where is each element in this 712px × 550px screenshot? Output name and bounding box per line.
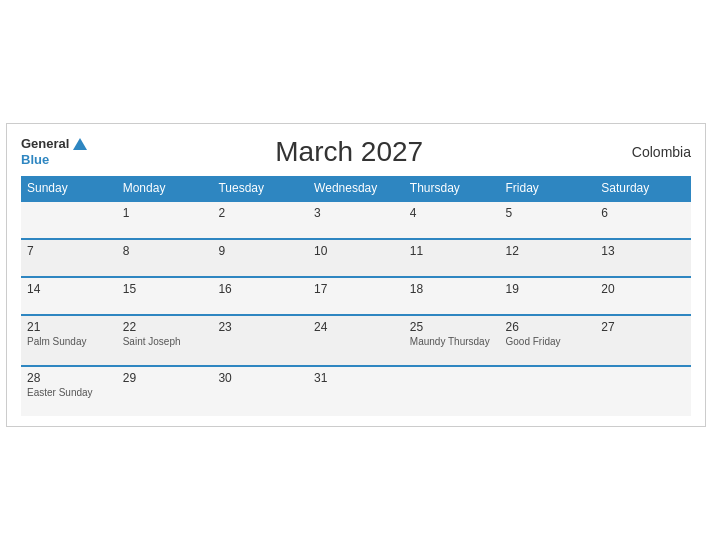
calendar-week-row: 14151617181920 — [21, 277, 691, 315]
day-number: 13 — [601, 244, 685, 258]
calendar-cell: 3 — [308, 201, 404, 239]
day-number: 11 — [410, 244, 494, 258]
header-wednesday: Wednesday — [308, 176, 404, 201]
calendar-header: General Blue March 2027 Colombia — [21, 136, 691, 168]
calendar-week-row: 21Palm Sunday22Saint Joseph232425Maundy … — [21, 315, 691, 366]
calendar-cell: 5 — [500, 201, 596, 239]
calendar-cell: 20 — [595, 277, 691, 315]
day-number: 9 — [218, 244, 302, 258]
day-number: 25 — [410, 320, 494, 334]
calendar-week-row: 123456 — [21, 201, 691, 239]
calendar-cell: 24 — [308, 315, 404, 366]
calendar-week-row: 78910111213 — [21, 239, 691, 277]
calendar-cell — [21, 201, 117, 239]
day-number: 16 — [218, 282, 302, 296]
calendar-cell: 29 — [117, 366, 213, 416]
day-number: 20 — [601, 282, 685, 296]
header-tuesday: Tuesday — [212, 176, 308, 201]
calendar-week-row: 28Easter Sunday293031 — [21, 366, 691, 416]
calendar-cell: 11 — [404, 239, 500, 277]
calendar-cell: 22Saint Joseph — [117, 315, 213, 366]
holiday-name: Saint Joseph — [123, 336, 207, 347]
calendar-cell: 16 — [212, 277, 308, 315]
calendar-table: Sunday Monday Tuesday Wednesday Thursday… — [21, 176, 691, 416]
weekday-header-row: Sunday Monday Tuesday Wednesday Thursday… — [21, 176, 691, 201]
day-number: 12 — [506, 244, 590, 258]
calendar-cell — [404, 366, 500, 416]
day-number: 15 — [123, 282, 207, 296]
calendar-container: General Blue March 2027 Colombia Sunday … — [6, 123, 706, 427]
calendar-body: 123456789101112131415161718192021Palm Su… — [21, 201, 691, 416]
calendar-cell: 23 — [212, 315, 308, 366]
calendar-cell: 17 — [308, 277, 404, 315]
day-number: 24 — [314, 320, 398, 334]
day-number: 31 — [314, 371, 398, 385]
day-number: 1 — [123, 206, 207, 220]
logo-general-text: General — [21, 136, 69, 152]
header-thursday: Thursday — [404, 176, 500, 201]
holiday-name: Good Friday — [506, 336, 590, 347]
day-number: 8 — [123, 244, 207, 258]
calendar-cell — [595, 366, 691, 416]
calendar-cell: 26Good Friday — [500, 315, 596, 366]
calendar-cell: 19 — [500, 277, 596, 315]
logo: General Blue — [21, 136, 87, 167]
day-number: 17 — [314, 282, 398, 296]
day-number: 26 — [506, 320, 590, 334]
day-number: 2 — [218, 206, 302, 220]
calendar-cell: 9 — [212, 239, 308, 277]
calendar-cell: 2 — [212, 201, 308, 239]
day-number: 21 — [27, 320, 111, 334]
day-number: 18 — [410, 282, 494, 296]
calendar-cell: 7 — [21, 239, 117, 277]
calendar-cell: 31 — [308, 366, 404, 416]
calendar-cell: 6 — [595, 201, 691, 239]
day-number: 19 — [506, 282, 590, 296]
calendar-cell: 13 — [595, 239, 691, 277]
header-friday: Friday — [500, 176, 596, 201]
calendar-cell: 14 — [21, 277, 117, 315]
day-number: 30 — [218, 371, 302, 385]
calendar-cell: 12 — [500, 239, 596, 277]
calendar-cell: 18 — [404, 277, 500, 315]
calendar-cell: 10 — [308, 239, 404, 277]
calendar-cell: 28Easter Sunday — [21, 366, 117, 416]
holiday-name: Easter Sunday — [27, 387, 111, 398]
day-number: 14 — [27, 282, 111, 296]
calendar-cell: 4 — [404, 201, 500, 239]
calendar-thead: Sunday Monday Tuesday Wednesday Thursday… — [21, 176, 691, 201]
calendar-cell: 25Maundy Thursday — [404, 315, 500, 366]
calendar-cell: 30 — [212, 366, 308, 416]
day-number: 5 — [506, 206, 590, 220]
header-sunday: Sunday — [21, 176, 117, 201]
calendar-cell: 27 — [595, 315, 691, 366]
day-number: 29 — [123, 371, 207, 385]
calendar-cell: 8 — [117, 239, 213, 277]
day-number: 23 — [218, 320, 302, 334]
day-number: 22 — [123, 320, 207, 334]
day-number: 27 — [601, 320, 685, 334]
calendar-cell: 1 — [117, 201, 213, 239]
header-saturday: Saturday — [595, 176, 691, 201]
holiday-name: Palm Sunday — [27, 336, 111, 347]
logo-triangle-icon — [73, 138, 87, 150]
day-number: 7 — [27, 244, 111, 258]
day-number: 3 — [314, 206, 398, 220]
header-monday: Monday — [117, 176, 213, 201]
calendar-cell: 21Palm Sunday — [21, 315, 117, 366]
calendar-cell — [500, 366, 596, 416]
country-label: Colombia — [611, 144, 691, 160]
holiday-name: Maundy Thursday — [410, 336, 494, 347]
logo-blue-text: Blue — [21, 152, 87, 168]
calendar-cell: 15 — [117, 277, 213, 315]
day-number: 28 — [27, 371, 111, 385]
day-number: 6 — [601, 206, 685, 220]
day-number: 10 — [314, 244, 398, 258]
day-number: 4 — [410, 206, 494, 220]
calendar-title: March 2027 — [87, 136, 611, 168]
